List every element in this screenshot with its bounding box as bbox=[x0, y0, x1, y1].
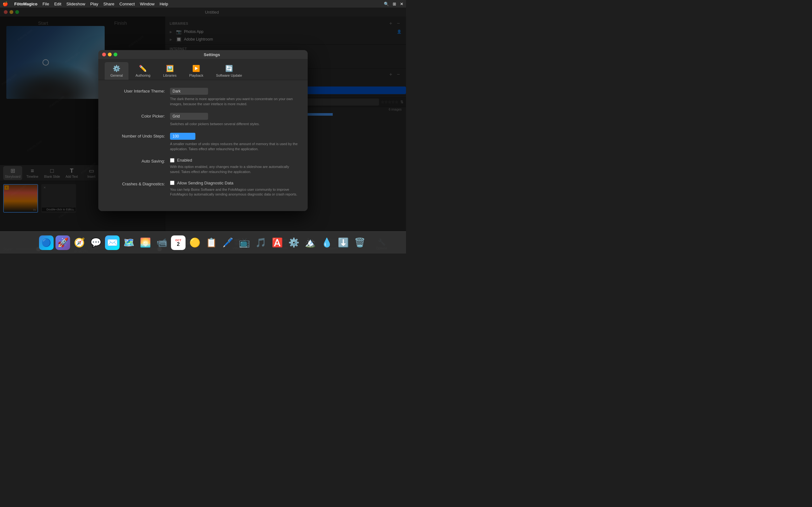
modal-minimize-button[interactable] bbox=[108, 53, 112, 56]
menu-bar-close[interactable]: ✕ bbox=[400, 2, 403, 6]
dock-system-prefs[interactable]: ⚙️ bbox=[287, 235, 301, 250]
settings-modal: Settings ⚙️ General ✏️ Authoring 🖼️ Libr… bbox=[98, 50, 308, 211]
software-update-tab-icon: 🔄 bbox=[225, 65, 233, 72]
app-name[interactable]: FötoMagico bbox=[14, 2, 38, 6]
modal-title-bar: Settings bbox=[98, 50, 308, 59]
dock: 🔵 🚀 🧭 💬 ✉️ 🗺️ 🌅 📹 OCT 2 🟡 📋 🖊️ 📺 🎵 🅰️ ⚙️… bbox=[0, 231, 406, 253]
dock-trash[interactable]: 🗑️ bbox=[352, 235, 367, 250]
dock-apple-tv[interactable]: 📺 bbox=[237, 235, 252, 250]
color-picker-select[interactable]: Grid Spectrum Wheel bbox=[172, 114, 206, 118]
crashes-checkbox-label: Allow Sending Diagnostic Data bbox=[177, 181, 234, 185]
dock-finder[interactable]: 🔵 bbox=[39, 235, 54, 250]
menu-bar: 🍎 FötoMagico File Edit Slideshow Play Sh… bbox=[0, 0, 406, 8]
playback-tab-label: Playback bbox=[189, 73, 203, 77]
theme-desc: The dark theme is more appropriate when … bbox=[170, 97, 298, 107]
dock-downloader[interactable]: ⬇️ bbox=[336, 235, 351, 250]
apple-menu[interactable]: 🍎 bbox=[3, 1, 8, 6]
dock-safari[interactable]: 🧭 bbox=[72, 235, 87, 250]
menu-window[interactable]: Window bbox=[140, 2, 154, 6]
dock-facetime[interactable]: 📹 bbox=[154, 235, 169, 250]
crashes-row: Crashes & Diagnostics: Allow Sending Dia… bbox=[108, 181, 298, 197]
color-picker-select-field[interactable]: Grid Spectrum Wheel bbox=[170, 113, 208, 120]
menu-share[interactable]: Share bbox=[103, 2, 114, 6]
main-window: Untitled Start Finish ⊞ Storyboa bbox=[0, 8, 406, 253]
settings-tab-general[interactable]: ⚙️ General bbox=[105, 62, 129, 80]
settings-tabs: ⚙️ General ✏️ Authoring 🖼️ Libraries ▶️ … bbox=[98, 59, 308, 80]
menu-edit[interactable]: Edit bbox=[54, 2, 61, 6]
theme-control: Dark Light Auto The dark theme is more a… bbox=[170, 88, 298, 107]
modal-overlay: Settings ⚙️ General ✏️ Authoring 🖼️ Libr… bbox=[0, 8, 406, 253]
dock-maps[interactable]: 🗺️ bbox=[121, 235, 136, 250]
modal-maximize-button[interactable] bbox=[113, 53, 117, 56]
software-update-tab-label: Software Update bbox=[216, 73, 242, 77]
dock-photos[interactable]: 🌅 bbox=[138, 235, 153, 250]
auto-saving-label: Auto Saving: bbox=[108, 158, 165, 164]
menu-bar-control-center[interactable]: ⊞ bbox=[393, 2, 396, 6]
dock-messages[interactable]: 💬 bbox=[89, 235, 103, 250]
settings-content: User Interface Theme: Dark Light Auto Th… bbox=[98, 80, 308, 211]
settings-tab-software-update[interactable]: 🔄 Software Update bbox=[210, 62, 248, 80]
color-picker-row: Color Picker: Grid Spectrum Wheel Switch… bbox=[108, 113, 298, 126]
playback-tab-icon: ▶️ bbox=[192, 65, 200, 72]
menu-slideshow[interactable]: Slideshow bbox=[66, 2, 85, 6]
modal-close-button[interactable] bbox=[102, 53, 106, 56]
undo-row: Number of Undo Steps: A smaller number o… bbox=[108, 133, 298, 152]
auto-saving-control: Enabled With this option enabled, any ch… bbox=[170, 158, 298, 174]
menu-file[interactable]: File bbox=[43, 2, 49, 6]
menu-bar-search-icon[interactable]: 🔍 bbox=[384, 2, 389, 6]
theme-select-field[interactable]: Dark Light Auto bbox=[170, 88, 208, 95]
menu-play[interactable]: Play bbox=[90, 2, 98, 6]
dock-launchpad[interactable]: 🚀 bbox=[55, 235, 70, 250]
auto-saving-checkbox-row: Enabled bbox=[170, 158, 298, 163]
dock-app-store[interactable]: 🅰️ bbox=[270, 235, 285, 250]
dock-calendar[interactable]: OCT 2 bbox=[171, 235, 186, 250]
auto-saving-checkbox-label: Enabled bbox=[177, 158, 192, 163]
modal-traffic-lights bbox=[102, 53, 117, 56]
modal-title: Settings bbox=[120, 52, 304, 57]
dock-mail[interactable]: ✉️ bbox=[105, 235, 119, 250]
theme-select[interactable]: Dark Light Auto bbox=[172, 89, 206, 94]
crashes-control: Allow Sending Diagnostic Data You can he… bbox=[170, 181, 298, 197]
auto-saving-row: Auto Saving: Enabled With this option en… bbox=[108, 158, 298, 174]
menu-help[interactable]: Help bbox=[159, 2, 168, 6]
general-tab-label: General bbox=[110, 73, 123, 77]
authoring-tab-icon: ✏️ bbox=[139, 65, 147, 72]
theme-label: User Interface Theme: bbox=[108, 88, 165, 94]
undo-label: Number of Undo Steps: bbox=[108, 133, 165, 138]
general-tab-icon: ⚙️ bbox=[113, 65, 120, 72]
settings-tab-playback[interactable]: ▶️ Playback bbox=[183, 62, 209, 80]
crashes-label: Crashes & Diagnostics: bbox=[108, 181, 165, 186]
dock-macos[interactable]: 🏔️ bbox=[303, 235, 317, 250]
undo-control: A smaller number of undo steps reduces t… bbox=[170, 133, 298, 152]
undo-input[interactable] bbox=[170, 133, 195, 140]
undo-desc: A smaller number of undo steps reduces t… bbox=[170, 142, 298, 152]
crashes-desc: You can help Boinx Software and the Foto… bbox=[170, 187, 298, 197]
authoring-tab-label: Authoring bbox=[136, 73, 150, 77]
crashes-checkbox[interactable] bbox=[170, 181, 174, 185]
menu-connect[interactable]: Connect bbox=[119, 2, 135, 6]
dock-music[interactable]: 🎵 bbox=[253, 235, 268, 250]
auto-saving-checkbox[interactable] bbox=[170, 158, 174, 163]
settings-tab-authoring[interactable]: ✏️ Authoring bbox=[130, 62, 156, 80]
theme-row: User Interface Theme: Dark Light Auto Th… bbox=[108, 88, 298, 107]
dock-freeform[interactable]: 🖊️ bbox=[220, 235, 235, 250]
settings-tab-libraries[interactable]: 🖼️ Libraries bbox=[157, 62, 182, 80]
libraries-tab-label: Libraries bbox=[163, 73, 176, 77]
dock-reminders[interactable]: 📋 bbox=[204, 235, 218, 250]
crashes-checkbox-row: Allow Sending Diagnostic Data bbox=[170, 181, 298, 185]
color-picker-desc: Switches all color pickers between sever… bbox=[170, 122, 298, 126]
libraries-tab-icon: 🖼️ bbox=[166, 65, 174, 72]
color-picker-control: Grid Spectrum Wheel Switches all color p… bbox=[170, 113, 298, 126]
dock-cleanmymac[interactable]: 💧 bbox=[319, 235, 334, 250]
color-picker-label: Color Picker: bbox=[108, 113, 165, 118]
auto-saving-desc: With this option enabled, any changes ma… bbox=[170, 164, 298, 174]
dock-notes[interactable]: 🟡 bbox=[188, 235, 202, 250]
